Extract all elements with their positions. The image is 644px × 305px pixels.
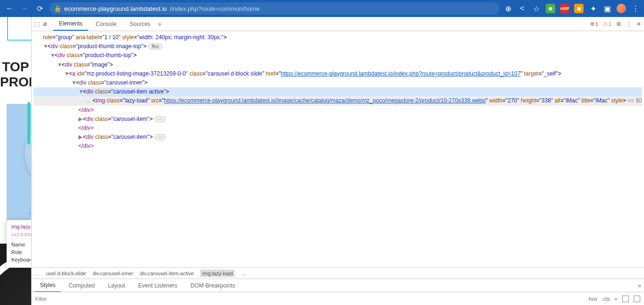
toolbar-actions: ⊕ < ☆ ◉ ABP ▦ ✦ ▣ ⋮ [503, 4, 640, 13]
error-count[interactable]: ⊗ 1 [590, 21, 598, 27]
bookmark-icon[interactable]: ☆ [532, 4, 541, 13]
tab-computed[interactable]: Computed [63, 280, 100, 292]
toggle-icon[interactable] [634, 296, 640, 302]
styles-tabbar: Styles Computed Layout Event Listeners D… [32, 279, 644, 292]
tab-layout[interactable]: Layout [102, 280, 131, 292]
share-icon[interactable]: < [517, 4, 527, 13]
breadcrumb[interactable]: … usel.d-block.slide div.carousel-inner … [32, 267, 644, 279]
extension-icon[interactable]: ◉ [546, 4, 555, 13]
elements-tree[interactable]: role="group" aria-label="1 / 10" style="… [32, 31, 644, 267]
reload-button[interactable]: ⟳ [34, 3, 45, 14]
abp-extension-icon[interactable]: ABP [560, 4, 569, 13]
tab-elements[interactable]: Elements [53, 17, 88, 31]
tooltip-section: ACCESSIBILITY [11, 232, 31, 239]
scrollbar-thumb[interactable] [27, 102, 30, 144]
settings-icon[interactable]: ⚙ [616, 21, 621, 27]
filter-input[interactable] [35, 296, 584, 302]
tab-sources[interactable]: Sources [124, 18, 156, 30]
profile-avatar[interactable] [617, 4, 626, 13]
element-inspect-tooltip: img.lazy-load 240 × 300.42 ACCESSIBILITY… [7, 220, 31, 268]
menu-icon[interactable]: ⋮ [631, 4, 640, 13]
toggle-icon[interactable] [622, 296, 629, 302]
devtools-tabbar: ⬚ ⎚ Elements Console Sources » ⊗ 1 ⚠ 1 ⚙… [32, 17, 644, 31]
sidepanel-icon[interactable]: ▣ [602, 4, 612, 13]
inspect-icon[interactable]: ⬚ [34, 21, 40, 27]
warning-count[interactable]: ⚠ 1 [603, 21, 611, 27]
browser-toolbar: ← → ⟳ 🔒 ecommerce-playground.lambdatest.… [0, 0, 644, 17]
back-button[interactable]: ← [4, 3, 15, 14]
cls-toggle[interactable]: .cls [602, 296, 610, 302]
tab-eventlisteners[interactable]: Event Listeners [133, 280, 183, 292]
address-bar[interactable]: 🔒 ecommerce-playground.lambdatest.io/ind… [49, 2, 500, 15]
lock-icon: 🔒 [54, 5, 61, 12]
webpage-viewport: TOP PRODUCTS SAMSUNG SAMSUNG iMac $170.0… [0, 17, 31, 305]
new-style-icon[interactable]: + [615, 296, 618, 302]
section-title: TOP PRODUCTS [0, 59, 31, 90]
url-path: /index.php?route=common/home [170, 5, 260, 12]
devtools-panel: ⬚ ⎚ Elements Console Sources » ⊗ 1 ⚠ 1 ⚙… [31, 17, 644, 305]
zoom-icon[interactable]: ⊕ [503, 4, 513, 13]
banner-box [7, 17, 31, 41]
more-tabs-icon[interactable]: » [158, 21, 161, 27]
more-tabs-icon[interactable]: » [638, 282, 641, 289]
tab-dombreakpoints[interactable]: DOM Breakpoints [185, 280, 241, 292]
extensions-icon[interactable]: ✦ [588, 4, 598, 13]
tooltip-selector: img.lazy-load [11, 224, 31, 229]
styles-filter-bar: :hov .cls + [32, 292, 644, 305]
forward-button[interactable]: → [19, 3, 30, 14]
device-toggle-icon[interactable]: ⎚ [43, 21, 47, 27]
extension-icon[interactable]: ▦ [574, 4, 584, 13]
url-domain: ecommerce-playground.lambdatest.io [64, 5, 167, 12]
hov-toggle[interactable]: :hov [587, 296, 597, 302]
menu-icon[interactable]: ⋮ [626, 21, 632, 27]
tab-console[interactable]: Console [90, 18, 122, 30]
close-icon[interactable]: ✕ [636, 21, 641, 27]
tab-styles[interactable]: Styles [34, 279, 61, 292]
